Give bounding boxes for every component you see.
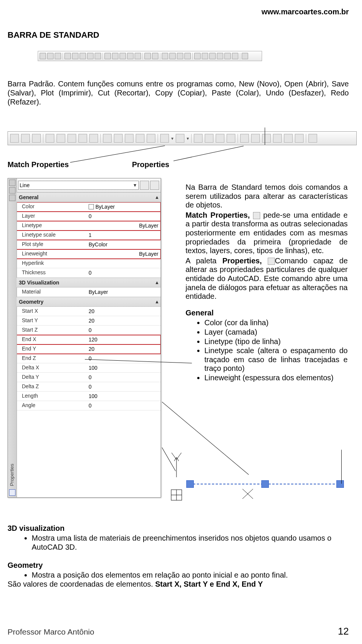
markup-set-icon[interactable] xyxy=(284,134,293,143)
publish-icon[interactable] xyxy=(67,134,76,143)
save-icon[interactable] xyxy=(32,134,41,143)
group-geometry[interactable]: Geometry ▴ xyxy=(17,297,161,307)
new-icon[interactable] xyxy=(40,53,46,59)
group-label: General xyxy=(19,194,38,200)
redo-icon[interactable] xyxy=(176,134,184,143)
grip-mid-icon[interactable] xyxy=(261,480,269,488)
row-end-y[interactable]: End Y 20 xyxy=(17,344,161,354)
general-bullets: Color (cor da linha) Layer (camada) Line… xyxy=(186,318,348,382)
row-angle[interactable]: Angle 0 xyxy=(17,401,161,410)
prop-label: End Y xyxy=(17,344,86,354)
plot-preview-icon[interactable] xyxy=(57,134,65,143)
group-general[interactable]: General ▴ xyxy=(17,192,161,202)
match-properties-icon[interactable] xyxy=(136,134,144,143)
pan-icon[interactable] xyxy=(162,53,168,59)
row-linetype[interactable]: Linetype ByLayer xyxy=(17,221,161,231)
copy-icon[interactable] xyxy=(112,53,118,59)
open-icon[interactable] xyxy=(21,134,30,143)
open-icon[interactable] xyxy=(47,53,54,59)
row-hyperlink[interactable]: Hyperlink xyxy=(17,259,161,268)
design-center-icon[interactable] xyxy=(202,53,208,59)
plot-preview-icon[interactable] xyxy=(72,53,78,59)
prop-label: Start Y xyxy=(17,316,86,325)
prop-value: ByLayer xyxy=(95,204,115,210)
redo-icon[interactable] xyxy=(152,53,158,59)
copy-icon[interactable] xyxy=(114,134,123,143)
sheet-set-icon[interactable] xyxy=(217,53,223,59)
zoom-window-icon[interactable] xyxy=(216,134,224,143)
block-icon[interactable] xyxy=(147,134,155,143)
zoom-realtime-icon[interactable] xyxy=(169,53,176,59)
row-start-x[interactable]: Start X 20 xyxy=(17,307,161,316)
sheet-set-icon[interactable] xyxy=(273,134,282,143)
row-start-y[interactable]: Start Y 20 xyxy=(17,316,161,326)
prop-value: 1 xyxy=(86,231,161,240)
autohide-icon[interactable] xyxy=(9,187,15,194)
close-icon[interactable] xyxy=(9,180,15,186)
properties-icon[interactable] xyxy=(194,53,201,59)
block-icon[interactable] xyxy=(135,53,141,59)
row-end-x[interactable]: End X 120 xyxy=(17,335,161,344)
quick-select-icon[interactable] xyxy=(140,181,149,190)
plot-icon[interactable] xyxy=(64,53,71,59)
web-icon[interactable] xyxy=(78,134,87,143)
svg-line-1 xyxy=(172,453,176,460)
row-linetype-scale[interactable]: Linetype scale 1 xyxy=(17,231,161,240)
web-icon[interactable] xyxy=(87,53,94,59)
row-lineweight[interactable]: Lineweight ByLayer xyxy=(17,249,161,259)
undo-icon[interactable] xyxy=(160,134,169,143)
separator xyxy=(306,134,306,143)
row-thickness[interactable]: Thickness 0 xyxy=(17,268,161,278)
pick-add-icon[interactable] xyxy=(150,181,159,190)
match-properties-icon[interactable] xyxy=(127,53,133,59)
grip-end-icon[interactable] xyxy=(336,480,344,488)
row-color[interactable]: Color ByLayer xyxy=(17,202,161,212)
object-type-combo[interactable]: Line ▼ xyxy=(18,181,139,190)
menu-icon[interactable] xyxy=(9,195,15,201)
row-delta-z[interactable]: Delta Z 0 xyxy=(17,382,161,392)
row-layer[interactable]: Layer 0 xyxy=(17,212,161,221)
row-delta-x[interactable]: Delta X 100 xyxy=(17,363,161,373)
match-properties-term: Match Properties, xyxy=(186,211,250,219)
zoom-previous-icon[interactable] xyxy=(227,134,235,143)
standard-toolbar-big: ▾ ▾ xyxy=(8,131,357,145)
prop-label: Color xyxy=(17,202,86,211)
publish-icon[interactable] xyxy=(80,53,86,59)
cut-icon[interactable] xyxy=(103,134,112,143)
zoom-realtime-icon[interactable] xyxy=(205,134,213,143)
properties-icon[interactable] xyxy=(240,134,249,143)
row-plot-style[interactable]: Plot style ByColor xyxy=(17,240,161,249)
tool-palettes-icon[interactable] xyxy=(209,53,216,59)
row-material[interactable]: Material ByLayer xyxy=(17,287,161,297)
undo-icon[interactable] xyxy=(144,53,151,59)
row-end-z[interactable]: End Z 0 xyxy=(17,354,161,363)
panel-options-icon[interactable] xyxy=(9,489,15,496)
plot-icon[interactable] xyxy=(46,134,54,143)
dropdown-arrow-icon[interactable]: ▾ xyxy=(171,136,173,141)
paste-icon[interactable] xyxy=(120,53,126,59)
paste-icon[interactable] xyxy=(125,134,133,143)
tool-palettes-icon[interactable] xyxy=(262,134,271,143)
save-icon[interactable] xyxy=(55,53,61,59)
cut-icon[interactable] xyxy=(104,53,111,59)
markup-icon[interactable] xyxy=(89,134,98,143)
pan-icon[interactable] xyxy=(194,134,202,143)
help-icon[interactable] xyxy=(242,53,248,59)
prop-label: Delta Z xyxy=(17,382,86,391)
grip-start-icon[interactable] xyxy=(186,480,194,488)
markup-icon[interactable] xyxy=(95,53,101,59)
dropdown-arrow-icon[interactable]: ▾ xyxy=(187,136,189,141)
design-center-icon[interactable] xyxy=(251,134,260,143)
panel-title-bar[interactable]: Properties xyxy=(8,178,17,497)
markup-set-icon[interactable] xyxy=(224,53,231,59)
zoom-previous-icon[interactable] xyxy=(184,53,191,59)
help-icon[interactable] xyxy=(308,134,317,143)
quickcalc-icon[interactable] xyxy=(232,53,238,59)
quickcalc-icon[interactable] xyxy=(295,134,304,143)
new-icon[interactable] xyxy=(10,134,19,143)
zoom-window-icon[interactable] xyxy=(177,53,183,59)
group-3d-visualization[interactable]: 3D Visualization ▴ xyxy=(17,278,161,287)
row-delta-y[interactable]: Delta Y 0 xyxy=(17,373,161,382)
row-start-z[interactable]: Start Z 0 xyxy=(17,326,161,335)
row-length[interactable]: Length 100 xyxy=(17,392,161,401)
